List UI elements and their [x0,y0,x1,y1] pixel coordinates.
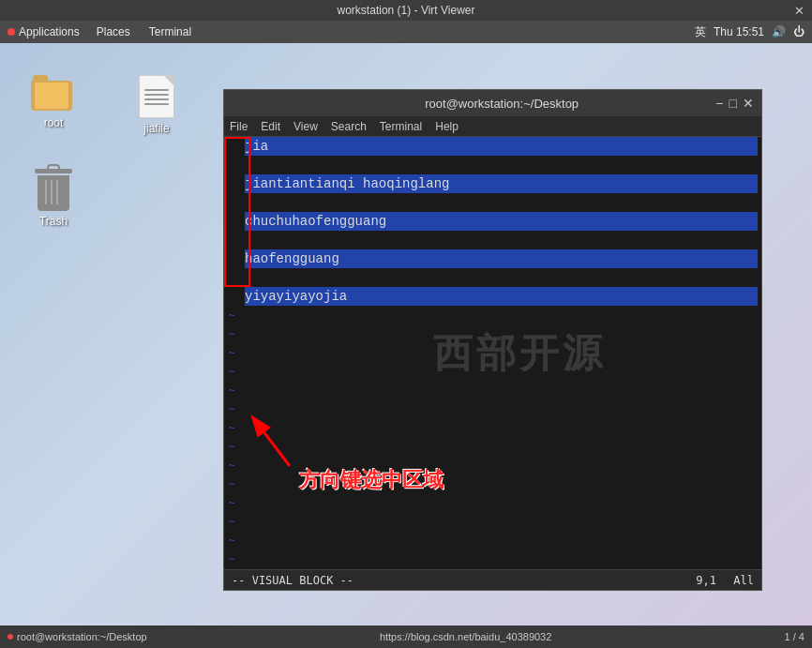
terminal-titlebar: root@workstation:~/Desktop − □ ✕ [224,90,761,116]
bottom-bar-left: root@workstation:~/Desktop [8,631,147,642]
editor-line-0: jia [245,137,758,156]
editor-line-6: haofengguang [245,249,758,268]
menu-search[interactable]: Search [331,120,367,133]
status-position: 9,1 [696,574,716,587]
desktop-icon-jiafile-label: jiafile [143,122,169,135]
desktop-icon-trash-label: Trash [39,215,68,228]
file-icon [139,75,174,118]
terminal-win-controls: − □ ✕ [715,96,754,111]
editor-line-1 [245,156,758,174]
close-window-button[interactable]: ✕ [743,96,754,111]
power-icon[interactable]: ⏻ [793,25,804,38]
maximize-button[interactable]: □ [729,96,737,111]
clock: Thu 15:51 [714,25,764,38]
minimize-button[interactable]: − [715,96,723,111]
applications-button[interactable]: Applications [19,25,80,38]
editor-line-7 [245,268,758,287]
bottom-session-label: root@workstation:~/Desktop [17,631,147,642]
volume-icon: 🔊 [772,25,786,38]
terminal-editor[interactable]: jia jiantiantianqi haoqinglang chuchuhao… [241,137,761,569]
desktop-icon-root-label: root [44,116,64,129]
desktop-icon-jiafile[interactable]: jiafile [124,75,189,135]
menu-help[interactable]: Help [435,120,459,133]
editor-line-2: jiantiantianqi haoqinglang [245,174,758,193]
editor-line-4: chuchuhaofengguang [245,212,758,231]
bottom-dot-icon [8,634,13,640]
system-bar: workstation (1) - Virt Viewer ✕ [0,0,812,21]
bottom-url: https://blog.csdn.net/baidu_40389032 [380,631,551,642]
status-all: All [716,574,754,587]
terminal-statusbar: -- VISUAL BLOCK -- 9,1 All [224,569,761,590]
menu-view[interactable]: View [293,120,318,133]
editor-line-3 [245,193,758,212]
apps-dot-icon [8,28,15,36]
sys-tray: 英 Thu 15:51 🔊 ⏻ [687,21,812,43]
taskbar-apps-section: Applications [0,25,87,38]
places-button[interactable]: Places [87,21,140,43]
window-close-button[interactable]: ✕ [794,4,804,18]
menu-file[interactable]: File [230,120,248,133]
terminal-window: root@workstation:~/Desktop − □ ✕ File Ed… [223,89,762,591]
editor-line-8: yiyayiyayojia [245,287,758,306]
terminal-gutter: ~~~~~~~~~~~~~~~~~~~~~~~~~~~ [224,137,241,569]
editor-line-5 [245,231,758,249]
desktop-icon-trash[interactable]: Trash [21,164,86,228]
menu-terminal[interactable]: Terminal [380,120,422,133]
terminal-content[interactable]: ~~~~~~~~~~~~~~~~~~~~~~~~~~~ jia jiantian… [224,137,761,569]
page-indicator: 1 / 4 [785,631,804,642]
desktop-icon-root[interactable]: root [21,75,86,129]
bottom-bar: root@workstation:~/Desktop https://blog.… [0,625,812,648]
language-indicator: 英 [695,24,706,40]
folder-icon [31,75,76,113]
trash-icon [33,164,74,211]
window-title: workstation (1) - Virt Viewer [338,4,475,17]
terminal-menubar: File Edit View Search Terminal Help [224,116,761,137]
terminal-title: root@workstation:~/Desktop [288,97,715,111]
status-mode: -- VISUAL BLOCK -- [232,574,353,587]
menu-edit[interactable]: Edit [261,120,280,133]
terminal-button[interactable]: Terminal [140,21,201,43]
